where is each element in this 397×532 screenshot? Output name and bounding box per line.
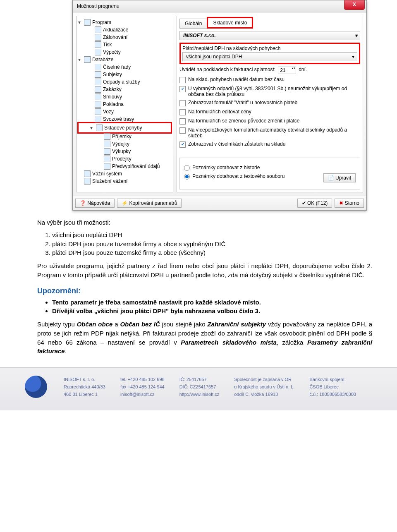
tree-item-icon xyxy=(95,41,101,48)
checkbox[interactable] xyxy=(179,118,186,125)
copy-params-button[interactable]: ⚡ Kopírování parametrů xyxy=(117,199,182,208)
tab-skladove-misto[interactable]: Skladové místo xyxy=(207,17,253,29)
tree-item-icon xyxy=(104,156,110,162)
warning-heading: Upozornění: xyxy=(37,285,372,296)
close-icon[interactable]: X xyxy=(344,0,365,10)
nav-tree[interactable]: ▾ProgramAktualizaceZálohováníTiskVýpočty… xyxy=(76,16,173,192)
tree-item-icon xyxy=(104,133,110,140)
tree-item[interactable]: Výkupky xyxy=(78,148,171,155)
tree-item[interactable]: Aktualizace xyxy=(78,26,171,34)
tree-item[interactable]: ▾Skladové pohyby xyxy=(79,124,170,132)
ok-button[interactable]: ✔ OK (F12) xyxy=(297,199,332,208)
radio-textfile[interactable] xyxy=(184,174,190,180)
tree-item[interactable]: Služební vážení xyxy=(78,177,171,185)
dph-group: Plátci/neplátci DPH na skladových pohybe… xyxy=(179,43,360,64)
page-footer: INISOFT s. r. o.Ruprechtická 440/33460 0… xyxy=(0,367,397,410)
splatnost-row: Uvádět na podkladech k fakturaci splatno… xyxy=(179,67,360,74)
edit-button[interactable]: 📄 Upravit xyxy=(323,173,356,182)
tree-item[interactable]: Prodejky xyxy=(78,155,171,163)
tab-global[interactable]: Globáln xyxy=(179,19,207,29)
tree-item[interactable]: Zálohování xyxy=(78,34,171,41)
tree-item-icon xyxy=(84,178,91,185)
tree-item-icon xyxy=(84,56,91,63)
checkbox[interactable] xyxy=(179,100,186,106)
tree-item[interactable]: Zakázky xyxy=(78,86,171,93)
dialog-title: Možnosti programu xyxy=(77,3,120,9)
tree-item-icon xyxy=(104,141,110,147)
tree-item-icon xyxy=(95,86,101,93)
tree-item-icon xyxy=(96,125,103,131)
tree-item-icon xyxy=(84,19,91,26)
tree-item[interactable]: Výpočty xyxy=(78,48,171,56)
tree-item[interactable]: Vážní systém xyxy=(78,170,171,177)
tree-item[interactable]: ▾Databáze xyxy=(78,56,171,63)
tree-item-icon xyxy=(95,116,101,122)
tree-item-icon xyxy=(95,101,101,108)
tree-item-icon xyxy=(95,26,101,33)
notes-radio-group: Poznámky dotahovat z historie Poznámky d… xyxy=(179,158,360,189)
tree-item[interactable]: ▾Program xyxy=(78,19,171,26)
tree-item[interactable]: Číselné řady xyxy=(78,63,171,71)
tree-item-icon xyxy=(95,49,101,55)
paragraph-subjects: Subjekty typu Občan obce a Občan bez IČ … xyxy=(37,320,372,356)
checkbox[interactable] xyxy=(179,127,186,134)
tree-item-icon xyxy=(95,79,101,85)
checkbox[interactable] xyxy=(179,77,186,83)
tree-item-icon xyxy=(104,148,110,155)
tree-item[interactable]: Odpady a služby xyxy=(78,78,171,86)
settings-panel: Globáln Skladové místo INISOFT s.r.o. Pl… xyxy=(177,16,363,192)
tree-item[interactable]: Pokladna xyxy=(78,101,171,108)
tree-item-icon xyxy=(95,108,101,115)
options-dialog: Možnosti programu X ▾ProgramAktualizaceZ… xyxy=(72,0,367,211)
tree-item[interactable]: Výdejky xyxy=(78,140,171,148)
tree-item-icon xyxy=(84,170,91,177)
logo-icon xyxy=(25,376,47,398)
dialog-footer: ❓ Nápověda ⚡ Kopírování parametrů ✔ OK (… xyxy=(73,196,366,210)
checkbox[interactable] xyxy=(179,109,186,115)
tree-item[interactable]: Předvyplňování údajů xyxy=(78,163,171,170)
storno-button[interactable]: ✖ Storno xyxy=(335,199,364,208)
tree-item[interactable]: Subjekty xyxy=(78,71,171,78)
dph-select[interactable]: všichni jsou neplátci DPH xyxy=(182,52,357,61)
company-select[interactable]: INISOFT s.r.o. xyxy=(179,31,360,40)
tree-item[interactable]: Příjemky xyxy=(78,133,171,140)
dph-label: Plátci/neplátci DPH na skladových pohybe… xyxy=(182,46,357,51)
days-stepper[interactable]: 21 xyxy=(278,67,296,74)
help-button[interactable]: ❓ Nápověda xyxy=(75,199,115,208)
tree-item-icon xyxy=(95,34,101,41)
tree-item-icon xyxy=(95,71,101,78)
checkbox[interactable]: ✔ xyxy=(179,141,186,148)
document-body: Na výběr jsou tři možnosti: všichni jsou… xyxy=(0,211,397,367)
tree-item-icon xyxy=(95,93,101,100)
radio-history[interactable] xyxy=(184,165,190,171)
tree-item[interactable]: Tisk xyxy=(78,41,171,48)
tree-item-icon xyxy=(104,163,110,170)
titlebar[interactable]: Možnosti programu X xyxy=(73,0,366,12)
tree-item-icon xyxy=(95,64,101,70)
tree-item[interactable]: Smlouvy xyxy=(78,93,171,101)
tree-item[interactable]: Vozy xyxy=(78,108,171,115)
checkbox[interactable]: ✔ xyxy=(179,86,186,92)
